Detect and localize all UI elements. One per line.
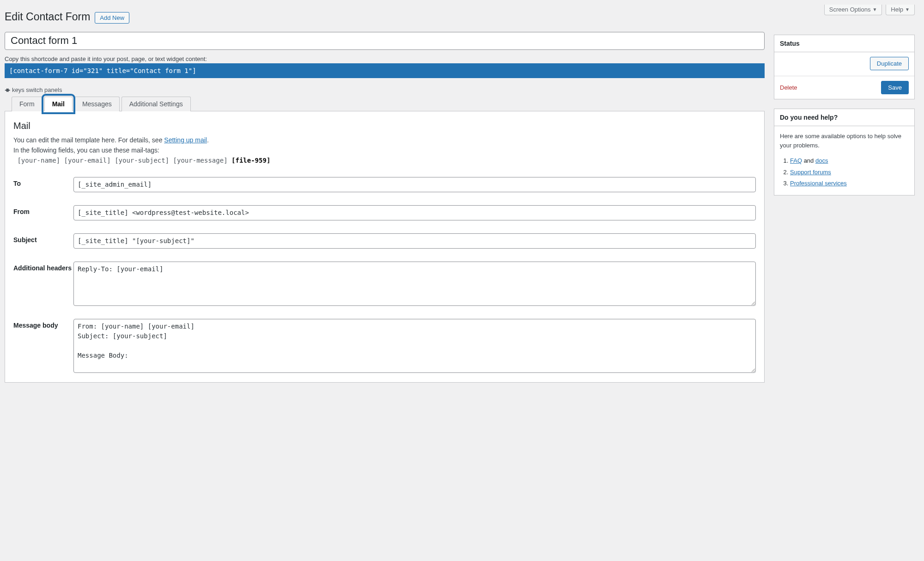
message-body-textarea[interactable]: [73, 319, 756, 373]
shortcode-display[interactable]: [contact-form-7 id="321" title="Contact …: [5, 63, 765, 78]
add-new-button[interactable]: Add New: [95, 12, 129, 24]
support-forums-link[interactable]: Support forums: [790, 169, 831, 176]
help-item-faq-docs: FAQ and docs: [790, 155, 909, 167]
docs-link[interactable]: docs: [815, 157, 828, 164]
tab-messages[interactable]: Messages: [74, 97, 120, 111]
save-button[interactable]: Save: [881, 81, 909, 94]
from-input[interactable]: [73, 205, 756, 220]
help-heading: Do you need help?: [774, 109, 914, 126]
form-title-input[interactable]: [5, 32, 765, 50]
subject-label: Subject: [13, 233, 73, 244]
duplicate-button[interactable]: Duplicate: [870, 57, 909, 70]
faq-link[interactable]: FAQ: [790, 157, 802, 164]
arrow-left-right-icon: ◀▶: [5, 87, 8, 93]
tab-mail[interactable]: Mail: [44, 97, 73, 111]
mail-description: You can edit the mail template here. For…: [13, 135, 756, 145]
keys-switch-hint: ◀▶ keys switch panels: [5, 86, 765, 93]
mail-panel: Mail You can edit the mail template here…: [5, 111, 765, 383]
mail-tags-list: [your-name] [your-email] [your-subject] …: [13, 157, 756, 164]
setting-up-mail-link[interactable]: Setting up mail: [164, 136, 207, 144]
help-item-support: Support forums: [790, 167, 909, 178]
tab-form[interactable]: Form: [12, 97, 43, 111]
to-input[interactable]: [73, 177, 756, 192]
mail-tags-intro: In the following fields, you can use the…: [13, 145, 756, 155]
status-heading: Status: [774, 35, 914, 52]
tab-additional-settings[interactable]: Additional Settings: [122, 97, 191, 111]
to-label: To: [13, 177, 73, 187]
subject-input[interactable]: [73, 233, 756, 249]
from-label: From: [13, 205, 73, 215]
shortcode-hint: Copy this shortcode and paste it into yo…: [5, 55, 765, 62]
message-body-label: Message body: [13, 319, 73, 329]
status-postbox: Status Duplicate Delete Save: [774, 35, 915, 99]
page-title: Edit Contact Form: [5, 11, 90, 23]
delete-link[interactable]: Delete: [780, 84, 797, 91]
help-postbox: Do you need help? Here are some availabl…: [774, 109, 915, 195]
keys-switch-label: keys switch panels: [12, 86, 62, 93]
help-item-professional: Professional services: [790, 178, 909, 189]
mail-heading: Mail: [13, 121, 756, 131]
help-intro: Here are some available options to help …: [780, 132, 909, 150]
professional-services-link[interactable]: Professional services: [790, 180, 847, 187]
additional-headers-textarea[interactable]: [73, 262, 756, 306]
additional-headers-label: Additional headers: [13, 262, 73, 272]
